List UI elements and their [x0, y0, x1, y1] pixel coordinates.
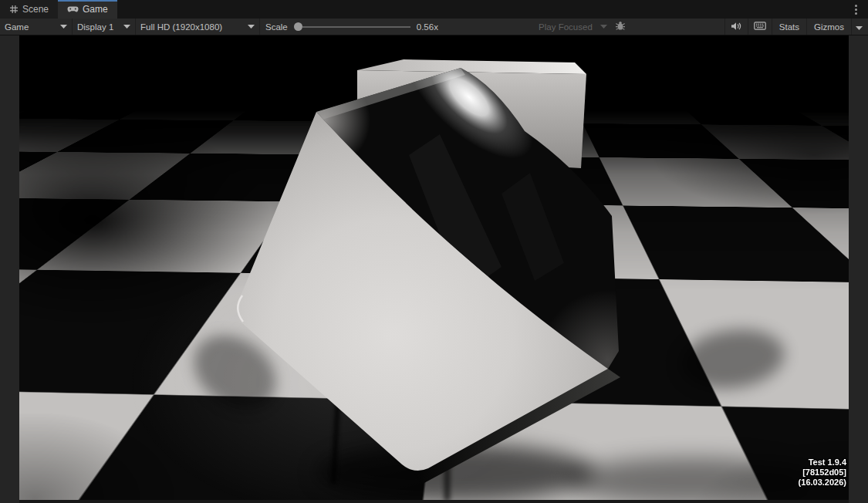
3d-scene-objects [19, 35, 849, 500]
display-popup[interactable]: Display 1 [73, 19, 136, 35]
toolbar-right-group: Stats Gizmos [724, 19, 868, 35]
game-view-content: Test 1.9.4 [78152d05] (16.03.2026) [0, 35, 868, 503]
viewport-margin-right [849, 35, 868, 503]
viewport-margin-bottom [19, 500, 849, 503]
render-column: Test 1.9.4 [78152d05] (16.03.2026) [19, 35, 849, 503]
kebab-menu-icon[interactable] [849, 3, 862, 15]
slider-track[interactable] [302, 26, 410, 28]
tab-game[interactable]: Game [58, 0, 117, 19]
keyboard-icon [754, 22, 766, 32]
debug-toggle-button[interactable] [615, 21, 626, 32]
bug-icon [615, 21, 626, 32]
scale-value: 0.56x [417, 22, 438, 32]
game-render-viewport[interactable]: Test 1.9.4 [78152d05] (16.03.2026) [19, 35, 849, 500]
tab-scene-label: Scene [22, 4, 49, 15]
tab-scene[interactable]: Scene [0, 0, 58, 19]
build-hash: [78152d05] [799, 468, 846, 478]
device-simulator-button[interactable] [748, 19, 772, 35]
chevron-down-icon [116, 25, 130, 29]
build-info-overlay: Test 1.9.4 [78152d05] (16.03.2026) [799, 457, 846, 488]
chevron-down-icon [240, 25, 255, 29]
gizmos-button[interactable]: Gizmos [806, 19, 851, 35]
scale-slider[interactable] [294, 22, 410, 31]
chevron-down-icon [856, 22, 863, 32]
game-popup[interactable]: Game [0, 19, 73, 35]
scale-group: Scale 0.56x [260, 22, 438, 32]
build-name: Test 1.9.4 [799, 457, 846, 468]
play-focused-popup[interactable]: Play Focused [539, 21, 626, 32]
chevron-down-icon [52, 25, 67, 29]
grid-icon [9, 5, 19, 14]
tab-bar: Scene Game [0, 0, 868, 19]
chevron-down-icon [593, 25, 607, 29]
viewport-margin-left [0, 35, 19, 503]
gamepad-icon [67, 5, 79, 13]
build-date: (16.03.2026) [799, 478, 846, 488]
gizmos-dropdown-button[interactable] [851, 19, 868, 35]
unity-game-view-window: Scene Game Game Display 1 Full HD (1920x… [0, 0, 868, 503]
resolution-popup[interactable]: Full HD (1920x1080) [136, 19, 260, 35]
stats-button[interactable]: Stats [772, 19, 806, 35]
scale-label: Scale [265, 22, 288, 32]
slider-handle[interactable] [294, 22, 302, 31]
mute-audio-button[interactable] [724, 19, 748, 35]
tab-game-label: Game [83, 4, 108, 15]
game-view-toolbar: Game Display 1 Full HD (1920x1080) Scale… [0, 19, 868, 35]
speaker-icon [731, 22, 742, 32]
